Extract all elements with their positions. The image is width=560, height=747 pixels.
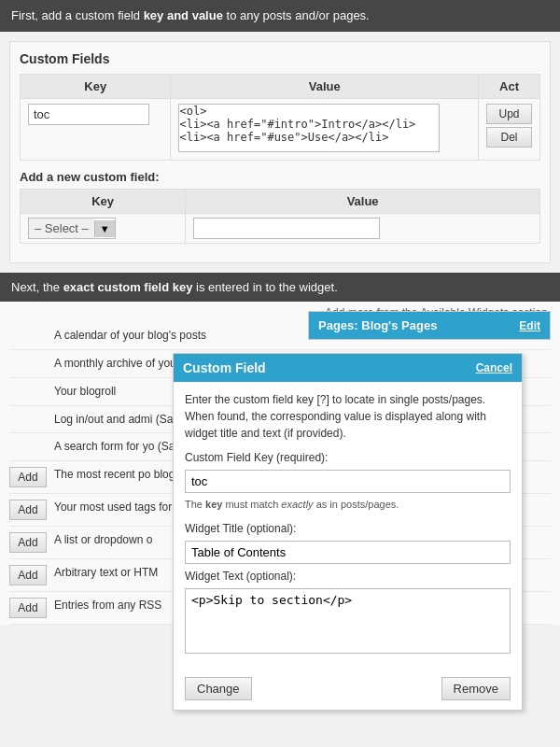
cf-dialog-buttons: Change Remove <box>174 677 522 710</box>
cf-text-field-label: Widget Text (optional): <box>185 568 511 585</box>
cf-cancel-link[interactable]: Cancel <box>476 361 512 374</box>
cf-key-field-input[interactable] <box>185 470 511 493</box>
select-dropdown-arrow[interactable]: ▼ <box>94 220 115 237</box>
custom-fields-title: Custom Fields <box>20 51 540 66</box>
cf-widget-title: Custom Field <box>183 360 266 375</box>
cf-text-field-textarea[interactable]: <p>Skip to section</p> <box>185 588 511 654</box>
pages-panel-title: Pages: Blog's Pages <box>318 318 437 332</box>
select-label: – Select – <box>29 218 94 238</box>
update-button[interactable]: Upd <box>486 104 532 124</box>
new-value-input[interactable] <box>193 218 380 239</box>
new-value-header: Value <box>186 190 540 214</box>
value-header: Value <box>171 75 479 99</box>
cf-key-field-label: Custom Field Key (required): <box>185 449 511 466</box>
pages-panel-header: Pages: Blog's Pages Edit <box>309 312 550 339</box>
top-banner-text: First, add a custom field key and value … <box>11 8 370 22</box>
pages-panel: Pages: Blog's Pages Edit <box>308 311 551 340</box>
widget-area-wrapper: Add more from the Available Widgets sect… <box>0 302 560 634</box>
pages-edit-link[interactable]: Edit <box>519 319 540 332</box>
key-header: Key <box>21 75 171 99</box>
cf-key-input[interactable] <box>28 104 149 125</box>
next-banner: Next, the exact custom field key is ente… <box>0 273 560 302</box>
new-field-row: – Select – ▼ <box>21 214 540 244</box>
add-button-7[interactable]: Add <box>9 500 47 520</box>
cf-widget-body: Enter the custom field key [?] to locate… <box>174 382 522 668</box>
action-header: Act <box>479 75 540 99</box>
add-button-6[interactable]: Add <box>9 467 47 487</box>
new-key-cell: – Select – ▼ <box>21 214 186 244</box>
new-field-table: Key Value – Select – ▼ <box>20 189 540 244</box>
widget-area: Add more from the Available Widgets sect… <box>0 302 560 625</box>
cf-row: <ol> <li><a href="#intro">Intro</a></li>… <box>21 99 540 161</box>
cf-widget-dialog: Custom Field Cancel Enter the custom fie… <box>173 353 523 711</box>
cf-action-cell: Upd Del <box>479 99 540 161</box>
add-button-10[interactable]: Add <box>9 598 47 618</box>
cf-key-cell <box>21 99 171 161</box>
cf-widget-header: Custom Field Cancel <box>174 354 522 382</box>
cf-title-field-input[interactable] <box>185 541 511 564</box>
cf-change-button[interactable]: Change <box>185 677 252 700</box>
custom-fields-table: Key Value Act <ol> <li><a href="#intro">… <box>20 74 540 161</box>
cf-title-field-label: Widget Title (optional): <box>185 520 511 537</box>
new-key-header: Key <box>21 190 186 214</box>
delete-button[interactable]: Del <box>486 127 532 148</box>
cf-value-textarea[interactable]: <ol> <li><a href="#intro">Intro</a></li>… <box>178 104 440 152</box>
action-buttons: Upd Del <box>486 104 532 148</box>
select-wrapper[interactable]: – Select – ▼ <box>28 218 116 239</box>
new-value-cell <box>186 214 540 244</box>
cf-key-note: The key must match exactly as in posts/p… <box>185 497 511 513</box>
add-button-9[interactable]: Add <box>9 565 47 585</box>
cf-value-cell: <ol> <li><a href="#intro">Intro</a></li>… <box>171 99 479 161</box>
add-new-label: Add a new custom field: <box>20 170 540 184</box>
next-banner-text: Next, the exact custom field key is ente… <box>11 280 338 294</box>
custom-fields-section: Custom Fields Key Value Act <ol> <li><a … <box>9 41 551 263</box>
top-banner: First, add a custom field key and value … <box>0 0 560 32</box>
cf-widget-description: Enter the custom field key [?] to locate… <box>185 391 511 442</box>
add-button-8[interactable]: Add <box>9 532 47 553</box>
cf-remove-button[interactable]: Remove <box>441 677 511 700</box>
